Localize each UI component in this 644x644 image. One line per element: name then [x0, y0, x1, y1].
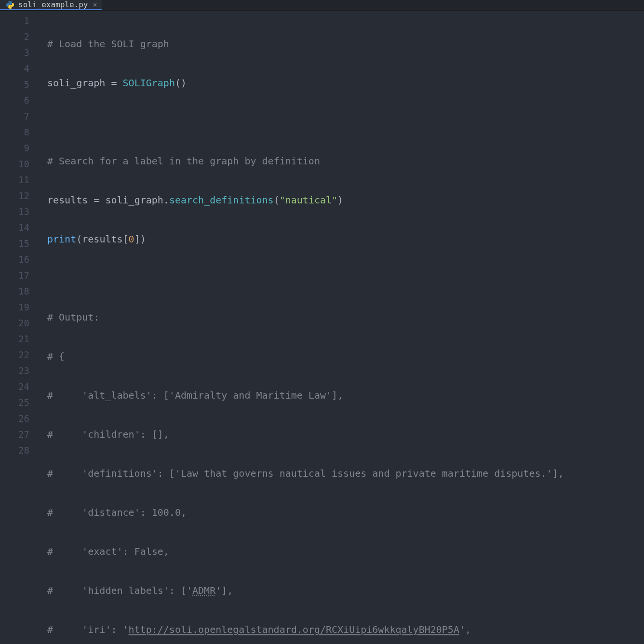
- line-number: 10: [0, 156, 45, 172]
- tab-bar: soli_example.py ×: [0, 0, 644, 11]
- line-number: 20: [0, 315, 45, 331]
- line-number: 16: [0, 252, 45, 268]
- line-number: 13: [0, 204, 45, 220]
- python-file-icon: [6, 0, 14, 9]
- code-token: print: [47, 233, 76, 245]
- code-token: results: [82, 233, 122, 245]
- line-number: 6: [0, 93, 45, 108]
- code-token: .: [163, 194, 169, 206]
- line-number: 18: [0, 283, 45, 299]
- line-number: 5: [0, 77, 45, 93]
- code-comment: # 'iri': ': [47, 624, 129, 635]
- code-token: SOLIGraph: [123, 77, 175, 89]
- editor-window: soli_example.py × 1234567891011121314151…: [0, 0, 644, 644]
- code-comment: # 'exact': False,: [47, 546, 169, 557]
- tab-filename: soli_example.py: [18, 0, 88, 9]
- line-number: 24: [0, 379, 45, 395]
- line-number: 1: [0, 13, 45, 29]
- code-token: =: [88, 194, 105, 206]
- code-token: ): [337, 194, 343, 206]
- code-comment: ',: [459, 624, 471, 635]
- line-number: 9: [0, 140, 45, 156]
- code-token: results: [47, 194, 88, 206]
- code-token: =: [105, 77, 122, 89]
- line-number: 28: [0, 443, 45, 458]
- code-token: (): [175, 77, 187, 89]
- code-token: soli_graph: [105, 194, 163, 206]
- tab-active[interactable]: soli_example.py ×: [0, 0, 102, 10]
- code-token: ]): [134, 233, 146, 245]
- code-comment: # {: [47, 350, 65, 362]
- line-number: 21: [0, 331, 45, 347]
- code-token: (: [76, 233, 82, 245]
- line-number: 3: [0, 45, 45, 61]
- line-number: 19: [0, 299, 45, 315]
- editor-area[interactable]: 1234567891011121314151617181920212223242…: [0, 11, 644, 644]
- line-number: 11: [0, 172, 45, 188]
- code-comment: # Output:: [47, 311, 99, 323]
- code-comment: ADMR: [192, 585, 215, 596]
- line-number: 14: [0, 220, 45, 236]
- line-number: 25: [0, 395, 45, 411]
- code-comment: # Search for a label in the graph by def…: [47, 155, 320, 167]
- line-number: 2: [0, 29, 45, 45]
- code-comment: # 'alt_labels': ['Admiralty and Maritime…: [47, 389, 343, 401]
- code-comment: # 'hidden_labels': [': [47, 585, 192, 596]
- line-number: 7: [0, 108, 45, 124]
- code-token: search_definitions: [169, 194, 274, 206]
- code-comment: # 'children': [],: [47, 429, 169, 440]
- line-number: 15: [0, 236, 45, 252]
- code-comment: '],: [215, 585, 233, 596]
- code-token: soli_graph: [47, 77, 105, 89]
- line-number: 4: [0, 61, 45, 77]
- code-token: 0: [129, 233, 134, 245]
- line-number: 8: [0, 124, 45, 140]
- line-number: 27: [0, 427, 45, 443]
- line-number: 17: [0, 268, 45, 283]
- code-token: "nautical": [280, 194, 337, 206]
- line-number: 22: [0, 347, 45, 363]
- line-number-gutter: 1234567891011121314151617181920212223242…: [0, 11, 45, 644]
- code-comment: # Load the SOLI graph: [47, 38, 169, 50]
- code-comment: # 'distance': 100.0,: [47, 507, 187, 518]
- code-link[interactable]: http://soli.openlegalstandard.org/RCXiUi…: [129, 624, 459, 635]
- line-number: 12: [0, 188, 45, 204]
- code-token: [: [123, 233, 129, 245]
- code-comment: # 'definitions': ['Law that governs naut…: [47, 468, 564, 479]
- line-number: 26: [0, 411, 45, 427]
- tab-close-icon[interactable]: ×: [93, 0, 97, 9]
- code-token: (: [274, 194, 280, 206]
- line-number: 23: [0, 363, 45, 379]
- code-content[interactable]: # Load the SOLI graph soli_graph = SOLIG…: [45, 11, 644, 644]
